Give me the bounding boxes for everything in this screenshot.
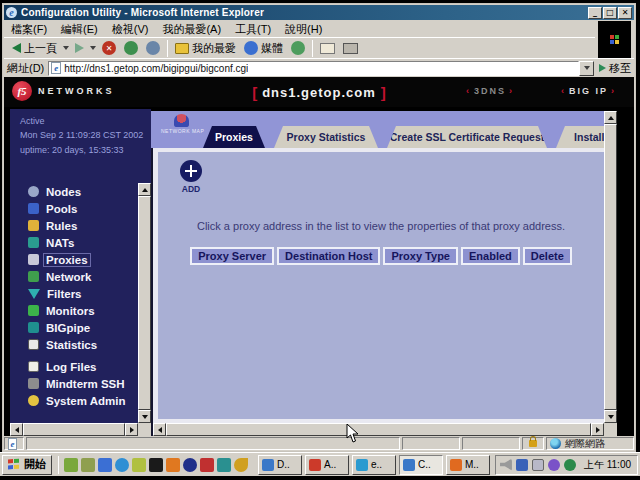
back-button[interactable]: 上一頁 — [8, 39, 61, 58]
main-vertical-scrollbar[interactable] — [604, 111, 617, 423]
go-icon — [599, 64, 606, 72]
ie-throbber-logo — [598, 21, 631, 59]
desktop-screen: e Configuration Utility - Microsoft Inte… — [0, 0, 640, 480]
sidebar-item-nodes[interactable]: Nodes — [10, 183, 138, 200]
quick-launch-icon-5[interactable] — [132, 458, 146, 472]
quick-launch-icon-1[interactable] — [64, 458, 78, 472]
sidebar-item-nats[interactable]: NATs — [10, 234, 138, 251]
tab-proxy-statistics[interactable]: Proxy Statistics — [274, 126, 378, 148]
status-pane — [462, 437, 520, 450]
instruction-text: Click a proxy address in the list to vie… — [158, 220, 604, 232]
quick-launch-icon-8[interactable] — [183, 458, 197, 472]
task-button-4-active[interactable]: C.. — [399, 455, 443, 475]
forward-dropdown-icon[interactable] — [90, 46, 96, 50]
menu-favorites[interactable]: 我的最愛(A) — [155, 21, 228, 38]
scroll-right-icon[interactable] — [591, 423, 604, 436]
scrollbar-thumb[interactable] — [23, 423, 125, 436]
refresh-button[interactable] — [120, 39, 142, 58]
quick-launch-icon-9[interactable] — [200, 458, 214, 472]
sidebar-item-filters[interactable]: Filters — [10, 285, 138, 302]
menu-help[interactable]: 說明(H) — [278, 21, 329, 38]
quick-launch-icon-3[interactable] — [98, 458, 112, 472]
maximize-button[interactable]: □ — [603, 7, 617, 19]
scrollbar-thumb[interactable] — [166, 423, 591, 436]
tray-icon-4[interactable] — [548, 459, 560, 471]
sidebar-item-rules[interactable]: Rules — [10, 217, 138, 234]
scroll-down-icon[interactable] — [138, 410, 151, 423]
scroll-right-icon[interactable] — [125, 423, 138, 436]
sidebar-item-pools[interactable]: Pools — [10, 200, 138, 217]
tray-icon-3[interactable] — [532, 459, 544, 471]
filters-icon — [28, 289, 40, 299]
page-icon: e — [51, 62, 61, 74]
task-button-3[interactable]: e.. — [352, 455, 396, 475]
print-button[interactable] — [339, 39, 362, 58]
sidebar-item-log-files[interactable]: Log Files — [10, 358, 138, 375]
favorites-icon — [175, 43, 189, 54]
address-label: 網址(D) — [7, 61, 44, 76]
stop-button[interactable]: ✕ — [98, 39, 120, 58]
back-dropdown-icon[interactable] — [63, 46, 69, 50]
quick-launch-icon-4[interactable] — [115, 458, 129, 472]
sidebar-item-system-admin[interactable]: System Admin — [10, 392, 138, 409]
volume-icon[interactable] — [500, 459, 512, 471]
tab-install-ssl-certificate[interactable]: Install SSL Certif — [556, 126, 604, 148]
scroll-left-icon[interactable] — [153, 423, 166, 436]
sidebar-item-statistics[interactable]: Statistics — [10, 336, 138, 353]
scrollbar-thumb[interactable] — [604, 124, 617, 410]
main-horizontal-scrollbar[interactable] — [153, 423, 604, 436]
mail-button[interactable] — [316, 39, 339, 58]
quick-launch-icon-6[interactable] — [149, 458, 163, 472]
tray-icon-5[interactable] — [564, 459, 576, 471]
quick-launch-icon-11[interactable] — [234, 458, 248, 472]
sidebar-item-bigpipe[interactable]: BIGpipe — [10, 319, 138, 336]
go-button[interactable]: 移至 — [599, 61, 631, 76]
tray-icon-2[interactable] — [516, 459, 528, 471]
sidebar-item-network[interactable]: Network — [10, 268, 138, 285]
scroll-down-icon[interactable] — [604, 410, 617, 423]
address-dropdown-button[interactable] — [579, 61, 594, 76]
favorites-button[interactable]: 我的最愛 — [171, 39, 240, 58]
close-button[interactable]: ✕ — [618, 7, 632, 19]
task-button-2[interactable]: A.. — [305, 455, 349, 475]
sidebar-item-mindterm-ssh[interactable]: Mindterm SSH — [10, 375, 138, 392]
sidebar-item-monitors[interactable]: Monitors — [10, 302, 138, 319]
quick-launch-bar — [62, 458, 250, 472]
menu-edit[interactable]: 編輯(E) — [54, 21, 105, 38]
menu-tools[interactable]: 工具(T) — [228, 21, 278, 38]
tab-create-ssl-certificate-request[interactable]: Create SSL Certificate Request — [387, 126, 547, 148]
home-button[interactable] — [142, 39, 164, 58]
sidebar-horizontal-scrollbar[interactable] — [10, 423, 138, 436]
network-map-button[interactable]: NETWORK MAP — [161, 114, 201, 134]
scroll-up-icon[interactable] — [138, 183, 151, 196]
tab-proxies[interactable]: Proxies — [203, 126, 265, 148]
forward-button[interactable] — [71, 39, 88, 58]
system-uptime: uptime: 20 days, 15:35:33 — [20, 143, 151, 157]
scroll-up-icon[interactable] — [604, 111, 617, 124]
quick-launch-icon-10[interactable] — [217, 458, 231, 472]
task-button-5[interactable]: M.. — [446, 455, 490, 475]
quick-launch-icon-7[interactable] — [166, 458, 180, 472]
start-button[interactable]: 開始 — [2, 455, 52, 475]
column-delete: Delete — [523, 247, 572, 265]
menu-file[interactable]: 檔案(F) — [4, 21, 54, 38]
scrollbar-thumb[interactable] — [138, 196, 151, 410]
column-proxy-type: Proxy Type — [383, 247, 458, 265]
sidebar-vertical-scrollbar[interactable] — [138, 183, 151, 423]
system-admin-icon — [28, 395, 39, 406]
history-button[interactable] — [287, 39, 309, 58]
scroll-left-icon[interactable] — [10, 423, 23, 436]
menu-view[interactable]: 檢視(V) — [105, 21, 156, 38]
media-button[interactable]: 媒體 — [240, 39, 287, 58]
sidebar-item-proxies[interactable]: Proxies — [10, 251, 138, 268]
address-input[interactable]: e http://dns1.getop.com/bigipgui/bigconf… — [48, 61, 579, 76]
minimize-button[interactable]: _ — [588, 7, 602, 19]
task-button-1[interactable]: D.. — [258, 455, 302, 475]
quick-launch-icon-2[interactable] — [81, 458, 95, 472]
chevron-down-icon — [584, 66, 590, 70]
add-proxy-button[interactable]: ADD — [176, 160, 206, 194]
monitors-icon — [28, 305, 39, 316]
tab-bar: NETWORK MAP Proxies Proxy Statistics Cre… — [151, 111, 604, 148]
print-icon — [343, 43, 358, 54]
unit-status: Active — [20, 114, 151, 128]
